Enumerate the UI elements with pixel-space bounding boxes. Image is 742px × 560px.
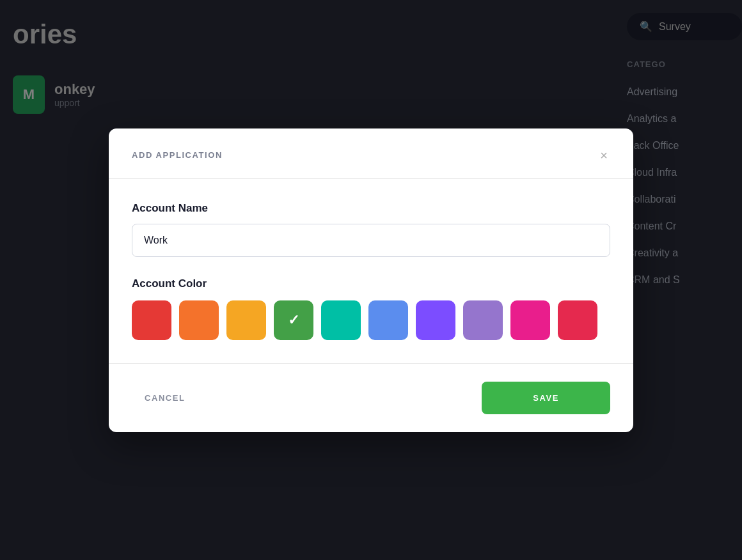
save-button[interactable]: SAVE	[482, 382, 610, 414]
color-swatch-amber[interactable]	[226, 300, 266, 340]
modal-footer: CANCEL SAVE	[109, 364, 633, 432]
color-swatch-deep-purple[interactable]	[416, 300, 455, 340]
color-swatch-orange[interactable]	[179, 300, 219, 340]
cancel-button[interactable]: CANCEL	[132, 385, 198, 410]
color-swatch-pink[interactable]	[510, 300, 550, 340]
close-button[interactable]: ×	[597, 146, 610, 164]
account-name-label: Account Name	[132, 202, 610, 215]
account-color-label: Account Color	[132, 277, 610, 290]
color-swatch-blue[interactable]	[368, 300, 408, 340]
color-swatch-crimson[interactable]	[558, 300, 597, 340]
color-swatch-green[interactable]: ✓	[274, 300, 313, 340]
modal-overlay: ADD APPLICATION × Account Name Account C…	[0, 0, 742, 560]
account-name-input[interactable]	[132, 224, 610, 257]
modal-body: Account Name Account Color ✓	[109, 179, 633, 340]
modal-header: ADD APPLICATION ×	[109, 128, 633, 179]
add-application-modal: ADD APPLICATION × Account Name Account C…	[109, 128, 633, 432]
color-swatch-purple[interactable]	[463, 300, 503, 340]
color-swatch-red[interactable]	[132, 300, 171, 340]
color-swatch-teal[interactable]	[321, 300, 361, 340]
modal-title: ADD APPLICATION	[132, 150, 223, 160]
check-icon: ✓	[288, 312, 299, 329]
color-swatches: ✓	[132, 300, 610, 340]
